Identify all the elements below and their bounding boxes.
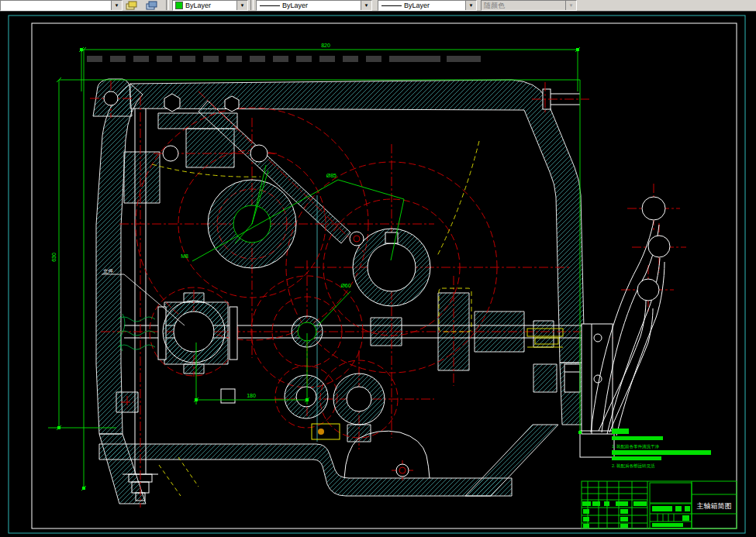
highlight-box bbox=[312, 424, 340, 439]
lever-c-knob bbox=[637, 279, 659, 301]
svg-text:立件: 立件 bbox=[103, 268, 114, 274]
drawing-canvas[interactable]: 820 630 180 Ø85 M8 Ø60 立件 1. 装配前各零件清洗干净 … bbox=[0, 0, 756, 537]
bearing-cap-right bbox=[230, 307, 237, 360]
mounting-plate bbox=[582, 324, 613, 434]
leader-a-text: Ø85 bbox=[326, 173, 337, 178]
drawing-title: 主轴箱简图 bbox=[697, 502, 732, 510]
drain-plug bbox=[396, 464, 409, 477]
housing-walls bbox=[93, 79, 587, 504]
note-line-1: 1. 装配前各零件清洗干净 bbox=[612, 444, 660, 449]
big-bearing-bore bbox=[368, 243, 416, 291]
color-control[interactable]: ByLayer ▼ bbox=[172, 0, 248, 11]
toolbar-separator bbox=[166, 0, 169, 10]
lever-b-knob bbox=[648, 236, 670, 257]
plot-style-control: 随颜色 ▼ bbox=[481, 0, 577, 11]
top-cover-dashes bbox=[87, 56, 481, 62]
cad-application: 820 630 180 Ø85 M8 Ø60 立件 1. 装配前各零件清洗干净 … bbox=[0, 0, 756, 537]
chevron-down-icon[interactable]: ▼ bbox=[236, 1, 247, 10]
linetype-value: ByLayer bbox=[280, 2, 361, 9]
dim-top-text: 820 bbox=[321, 43, 330, 48]
layer-combo-stub[interactable]: ▼ bbox=[0, 0, 123, 11]
detent-pin bbox=[350, 232, 364, 246]
chevron-down-icon[interactable]: ▼ bbox=[361, 1, 371, 10]
cap-bolt-box bbox=[221, 389, 235, 403]
gears-and-bearings bbox=[104, 91, 430, 478]
hex-bolt-b bbox=[225, 96, 239, 112]
plot-style-value: 随颜色 bbox=[482, 1, 565, 11]
lower-gear-a-bore bbox=[296, 387, 316, 407]
left-bearing-bore bbox=[174, 312, 214, 352]
make-layer-current-icon[interactable] bbox=[124, 0, 140, 10]
chevron-down-icon[interactable]: ▼ bbox=[111, 1, 122, 10]
toolbar-separator bbox=[250, 0, 254, 10]
color-swatch bbox=[175, 2, 183, 9]
stop-block bbox=[564, 364, 580, 392]
technical-notes: 1. 装配前各零件清洗干净 2. 装配后各部运转灵活 bbox=[612, 429, 711, 469]
lever-a-knob bbox=[642, 197, 665, 220]
dim-left-text: 630 bbox=[51, 253, 57, 262]
color-value: ByLayer bbox=[183, 2, 236, 9]
chevron-down-icon: ▼ bbox=[565, 1, 576, 10]
wall-block-b bbox=[533, 364, 557, 392]
note-line-2: 2. 装配后各部运转灵活 bbox=[612, 463, 655, 469]
bottom-wall bbox=[99, 444, 512, 496]
linetype-control[interactable]: ByLayer ▼ bbox=[256, 0, 372, 11]
wall-block-a bbox=[533, 321, 554, 347]
lower-gear-b-bore bbox=[347, 387, 371, 411]
cover-hole-b bbox=[250, 145, 268, 162]
chevron-down-icon[interactable]: ▼ bbox=[465, 1, 476, 10]
layer-previous-icon[interactable] bbox=[144, 0, 160, 10]
lineweight-control[interactable]: ByLayer ▼ bbox=[378, 0, 477, 11]
cover-hole-a bbox=[163, 146, 178, 161]
lug-hole bbox=[104, 91, 118, 105]
leader-c-text: Ø60 bbox=[340, 283, 350, 288]
leader-b-text: M8 bbox=[181, 253, 188, 259]
left-wall bbox=[96, 84, 143, 434]
linetype-glyph bbox=[260, 5, 280, 6]
dim-bottom-text: 180 bbox=[247, 393, 256, 398]
bracket-base bbox=[580, 431, 614, 457]
highlight-plug bbox=[318, 429, 324, 435]
shaft-boss bbox=[124, 152, 160, 203]
object-properties-toolbar: ▼ ByLayer ▼ ByLayer ▼ ByLayer ▼ 随颜色 ▼ bbox=[0, 0, 756, 12]
lineweight-glyph bbox=[381, 5, 402, 6]
lineweight-value: ByLayer bbox=[402, 2, 465, 9]
